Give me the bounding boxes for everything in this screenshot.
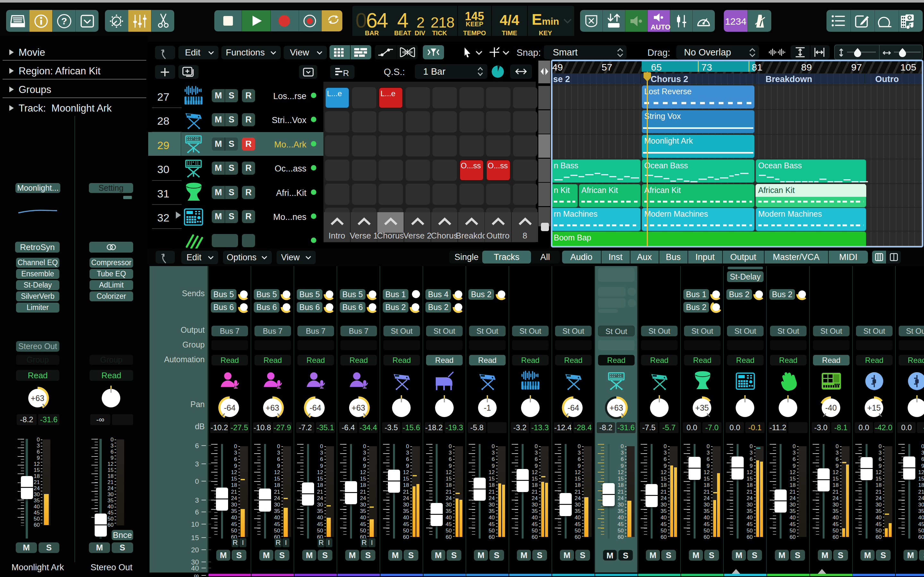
svg-text:R: R [343, 68, 349, 78]
